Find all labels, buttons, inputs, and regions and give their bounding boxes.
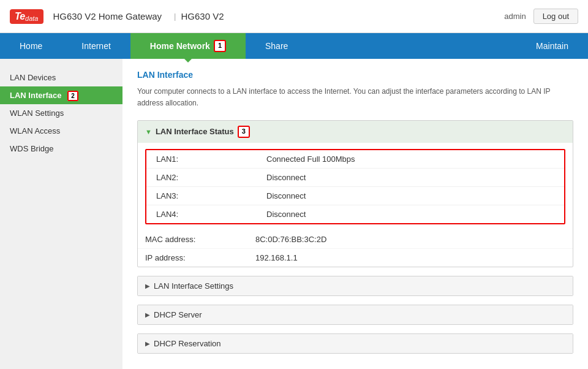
mac-value: 8C:0D:76:BB:3C:2D [255, 235, 326, 244]
ip-label: IP address: [145, 253, 255, 262]
dhcp-arrow-icon: ▶ [145, 311, 150, 318]
lan2-label: LAN2: [156, 173, 266, 182]
nav-label-internet: Internet [81, 41, 110, 51]
sidebar-label-wlan-settings: WLAN Settings [10, 108, 64, 118]
nav-label-maintain: Maintain [536, 41, 568, 51]
nav-item-home[interactable]: Home [0, 33, 62, 59]
settings-section-title: LAN Interface Settings [154, 281, 233, 291]
main-area: LAN Devices LAN Interface 2 WLAN Setting… [0, 59, 588, 369]
mac-label: MAC address: [145, 235, 255, 244]
admin-label: admin [504, 12, 526, 21]
table-row: LAN1: Connected Full 100Mbps [146, 150, 564, 169]
nav-label-home-network: Home Network [150, 41, 210, 51]
lan1-value: Connected Full 100Mbps [266, 154, 355, 164]
sidebar-item-wlan-access[interactable]: WLAN Access [0, 122, 123, 140]
nav-item-internet[interactable]: Internet [62, 33, 130, 59]
header-title: HG630 V2 Home Gateway [53, 11, 162, 21]
lan3-value: Disconnect [266, 191, 306, 200]
table-row: LAN3: Disconnect [146, 187, 564, 205]
logo-data-text: data [25, 15, 38, 22]
navbar: Home Internet Home Network 1 Share Maint… [0, 33, 588, 59]
status-section-panel: ▼ LAN Interface Status 3 LAN1: Connected… [137, 120, 573, 267]
nav-label-share: Share [265, 41, 288, 51]
dhcp-reservation-arrow-icon: ▶ [145, 340, 150, 347]
dhcp-reservation-section-title: DHCP Reservation [154, 339, 221, 348]
header-model: HG630 V2 [181, 11, 224, 21]
settings-section-header[interactable]: ▶ LAN Interface Settings [138, 276, 573, 295]
page-description: Your computer connects to a LAN interfac… [137, 86, 573, 109]
sidebar-label-wlan-access: WLAN Access [10, 126, 60, 135]
settings-section-panel: ▶ LAN Interface Settings [137, 276, 573, 296]
sidebar: LAN Devices LAN Interface 2 WLAN Setting… [0, 59, 123, 369]
status-section-title: LAN Interface Status [156, 127, 234, 136]
sidebar-label-lan-devices: LAN Devices [10, 73, 56, 82]
logout-button[interactable]: Log out [533, 9, 578, 24]
table-row: LAN2: Disconnect [146, 169, 564, 187]
nav-item-maintain[interactable]: Maintain [516, 33, 588, 59]
ip-row: IP address: 192.168.1.1 [138, 249, 573, 267]
sidebar-item-wds-bridge[interactable]: WDS Bridge [0, 140, 123, 158]
sidebar-label-lan-interface: LAN Interface [10, 91, 62, 100]
nav-label-home: Home [20, 41, 42, 51]
status-arrow-icon: ▼ [145, 128, 152, 135]
status-badge: 3 [238, 126, 250, 137]
sidebar-item-wlan-settings[interactable]: WLAN Settings [0, 104, 123, 122]
nav-item-share[interactable]: Share [246, 33, 307, 59]
lan4-value: Disconnect [266, 210, 306, 219]
sidebar-item-lan-devices[interactable]: LAN Devices [0, 69, 123, 86]
sidebar-label-wds-bridge: WDS Bridge [10, 144, 54, 153]
header-divider: | [174, 12, 176, 21]
page-title: LAN Interface [137, 70, 573, 80]
content-area: LAN Interface Your computer connects to … [123, 59, 588, 369]
status-section-header[interactable]: ▼ LAN Interface Status 3 [138, 121, 573, 142]
lan3-label: LAN3: [156, 191, 266, 200]
dhcp-reservation-section-panel: ▶ DHCP Reservation [137, 333, 573, 354]
nav-badge-1: 1 [214, 40, 226, 51]
table-row: LAN4: Disconnect [146, 205, 564, 223]
ip-value: 192.168.1.1 [255, 253, 298, 262]
logo: Te data [10, 9, 43, 24]
logo-te-text: Te [15, 11, 24, 22]
dhcp-section-header[interactable]: ▶ DHCP Server [138, 305, 573, 324]
lan1-label: LAN1: [156, 154, 266, 164]
lan4-label: LAN4: [156, 210, 266, 219]
lan2-value: Disconnect [266, 173, 306, 182]
mac-row: MAC address: 8C:0D:76:BB:3C:2D [138, 230, 573, 249]
dhcp-reservation-section-header[interactable]: ▶ DHCP Reservation [138, 334, 573, 353]
sidebar-item-lan-interface[interactable]: LAN Interface 2 [0, 86, 123, 104]
header-right: admin Log out [504, 9, 578, 24]
settings-arrow-icon: ▶ [145, 283, 150, 289]
sidebar-badge: 2 [67, 91, 78, 101]
lan-ports-table: LAN1: Connected Full 100Mbps LAN2: Disco… [145, 149, 565, 224]
nav-item-home-network[interactable]: Home Network 1 [130, 33, 246, 59]
dhcp-section-title: DHCP Server [154, 310, 202, 319]
logo-image: Te data [10, 9, 43, 24]
header: Te data HG630 V2 Home Gateway | HG630 V2… [0, 0, 588, 33]
dhcp-section-panel: ▶ DHCP Server [137, 305, 573, 325]
